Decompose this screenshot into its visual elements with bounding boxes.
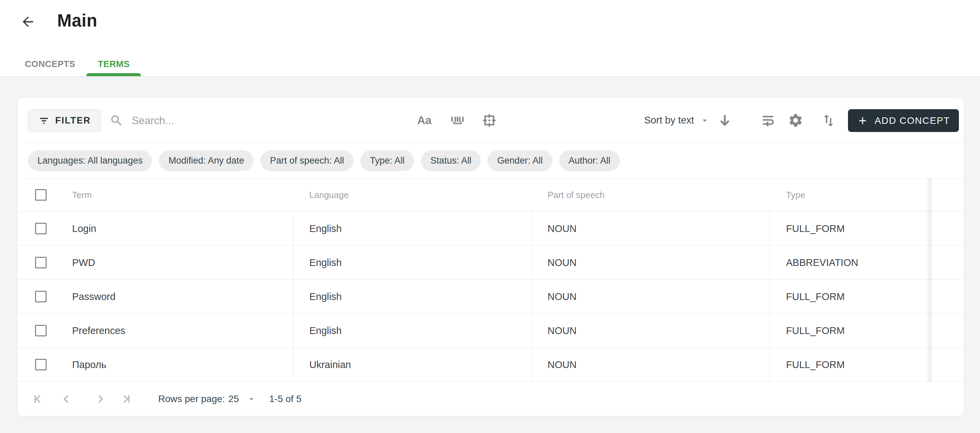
barcode-icon (449, 112, 465, 128)
chip-part-of-speech[interactable]: Part of speech: All (260, 150, 353, 171)
cell-part-of-speech: NOUN (547, 314, 576, 347)
first-page-icon (30, 392, 46, 406)
previous-page-button[interactable] (56, 382, 76, 416)
table-row[interactable]: Login English NOUN FULL_FORM (18, 212, 964, 246)
search-input[interactable]: Search... (110, 109, 174, 132)
up-down-arrows-icon (821, 112, 837, 128)
cell-type: FULL_FORM (786, 314, 845, 347)
chip-modified[interactable]: Modified: Any date (159, 150, 253, 171)
tab-terms[interactable]: TERMS (86, 51, 141, 77)
column-header-part-of-speech: Part of speech (547, 179, 605, 211)
wrap-text-icon (760, 113, 776, 128)
add-concept-button[interactable]: ADD CONCEPT (848, 109, 959, 132)
table-row[interactable]: PWD English NOUN ABBREVIATION (18, 246, 964, 279)
sort-caret[interactable] (696, 98, 713, 143)
table-row[interactable]: Preferences English NOUN FULL_FORM (18, 314, 964, 347)
cell-language: English (309, 212, 342, 246)
cell-term: Password (72, 279, 115, 314)
last-page-button[interactable] (116, 382, 136, 416)
cell-type: ABBREVIATION (786, 246, 858, 279)
filter-icon (38, 115, 50, 127)
import-export-button[interactable] (817, 98, 840, 143)
pinned-column-shadow (926, 179, 931, 382)
plus-icon (857, 115, 869, 127)
rows-per-page-value[interactable]: 25 (228, 382, 239, 416)
rows-per-page-label: Rows per page: (158, 382, 225, 416)
row-checkbox[interactable] (35, 325, 47, 336)
tab-concepts[interactable]: CONCEPTS (14, 51, 86, 77)
terms-panel: FILTER Search... Aa (18, 98, 964, 416)
caret-down-icon (700, 115, 710, 125)
chevron-left-icon (59, 392, 73, 406)
cell-part-of-speech: NOUN (547, 246, 576, 279)
sort-dropdown[interactable]: Sort by text (644, 98, 694, 143)
table-row[interactable]: Password English NOUN FULL_FORM (18, 279, 964, 314)
last-page-icon (118, 392, 134, 406)
barcode-button[interactable] (445, 98, 469, 143)
chevron-right-icon (93, 392, 108, 406)
cell-language: English (309, 279, 342, 314)
column-divider (531, 212, 531, 382)
cell-type: FULL_FORM (786, 212, 845, 246)
gear-icon (788, 113, 803, 128)
column-header-type: Type (786, 179, 805, 211)
tab-bar: CONCEPTS TERMS (14, 51, 141, 77)
focus-frame-icon (481, 112, 498, 129)
row-checkbox[interactable] (35, 223, 47, 234)
cell-type: FULL_FORM (786, 347, 845, 382)
toolbar: FILTER Search... Aa (18, 98, 964, 143)
cell-term: PWD (72, 246, 95, 279)
table-row[interactable]: Пароль Ukrainian NOUN FULL_FORM (18, 347, 964, 382)
page-header: Main CONCEPTS TERMS (0, 0, 980, 77)
pagination-bar: Rows per page: 25 1-5 of 5 (18, 382, 964, 416)
chip-status[interactable]: Status: All (421, 150, 481, 171)
rows-per-page-caret[interactable] (243, 382, 260, 416)
column-divider (769, 212, 770, 382)
row-checkbox[interactable] (35, 291, 47, 302)
pinned-column-divider (931, 179, 931, 382)
sort-direction-button[interactable] (714, 98, 735, 143)
chip-gender[interactable]: Gender: All (488, 150, 552, 171)
settings-button[interactable] (784, 98, 808, 143)
next-page-button[interactable] (91, 382, 111, 416)
column-header-term: Term (72, 179, 92, 211)
table-header: Term Language Part of speech Type (18, 179, 964, 211)
select-all-checkbox[interactable] (35, 189, 47, 201)
case-sensitive-button[interactable]: Aa (412, 98, 436, 143)
cell-type: FULL_FORM (786, 279, 845, 314)
cell-part-of-speech: NOUN (547, 347, 576, 382)
cell-language: English (309, 246, 342, 279)
chip-type[interactable]: Type: All (360, 150, 414, 171)
cell-term: Пароль (72, 347, 107, 382)
first-page-button[interactable] (28, 382, 48, 416)
search-placeholder: Search... (132, 115, 174, 127)
caret-down-icon (247, 394, 256, 404)
page-range-label: 1-5 of 5 (269, 382, 301, 416)
focus-frame-button[interactable] (477, 98, 501, 143)
cell-language: English (309, 314, 342, 347)
search-icon (110, 114, 124, 128)
arrow-down-icon (716, 111, 733, 129)
arrow-back-icon (20, 14, 36, 30)
row-checkbox[interactable] (35, 359, 47, 370)
chip-languages[interactable]: Languages: All languages (28, 150, 152, 171)
cell-part-of-speech: NOUN (547, 279, 576, 314)
cell-term: Login (72, 212, 96, 246)
column-header-language: Language (309, 179, 349, 211)
cell-part-of-speech: NOUN (547, 212, 576, 246)
filter-button[interactable]: FILTER (28, 109, 101, 132)
back-button[interactable] (19, 13, 37, 30)
page-title: Main (57, 11, 97, 31)
wrap-text-button[interactable] (756, 98, 780, 143)
filter-chips: Languages: All languages Modified: Any d… (28, 150, 620, 171)
cell-term: Preferences (72, 314, 125, 347)
chip-author[interactable]: Author: All (559, 150, 620, 171)
row-checkbox[interactable] (35, 257, 47, 268)
column-divider (293, 212, 293, 382)
cell-language: Ukrainian (309, 347, 351, 382)
